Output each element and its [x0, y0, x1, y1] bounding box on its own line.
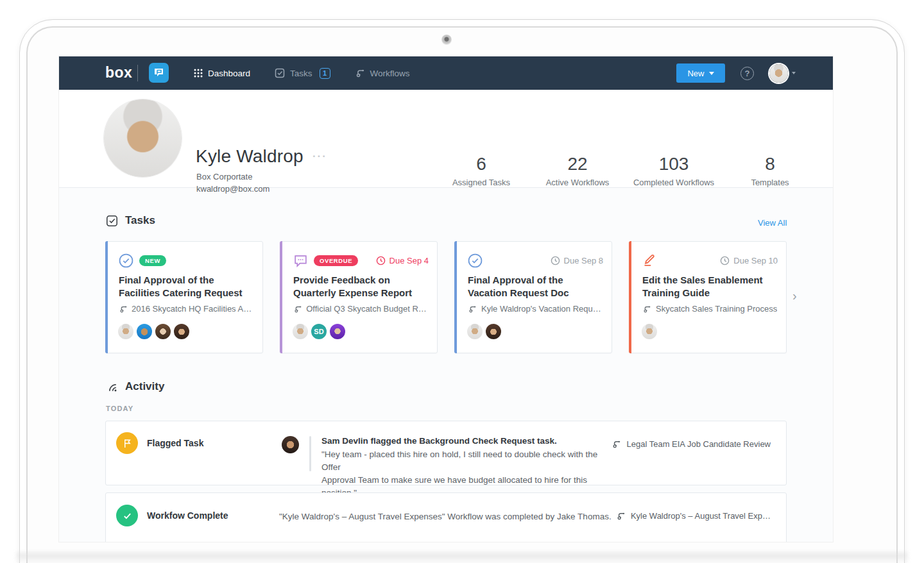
avatar	[282, 436, 299, 453]
quote-bar	[309, 436, 311, 471]
task-card[interactable]: NEW Final Approval of the Facilities Cat…	[105, 241, 263, 353]
chevron-down-icon	[792, 72, 796, 74]
due-date: Due Sep 8	[551, 256, 603, 265]
edit-pencil-icon	[642, 253, 657, 268]
activity-row-workflow-complete[interactable]: Workfow Complete "Kyle Waldrop's – Augus…	[105, 492, 787, 542]
due-date: Due Sep 4	[376, 256, 429, 265]
assignee-avatars	[466, 323, 503, 340]
card-accent	[454, 241, 457, 353]
activity-headline: "Kyle Waldrop's – August Travel Expenses…	[279, 512, 612, 521]
task-title: Edit the Sales Enablement Training Guide	[642, 274, 776, 299]
avatar	[154, 323, 172, 340]
carousel-next-icon[interactable]: ›	[792, 289, 807, 303]
clock-icon	[551, 256, 560, 265]
avatar-initials: SD	[310, 323, 328, 340]
status-badge: NEW	[139, 255, 166, 266]
due-date-label: Due Sep 4	[389, 256, 429, 265]
nav-label: Workflows	[370, 69, 410, 78]
app-window: box Dashboard Tasks 1	[59, 56, 833, 542]
main-nav: Dashboard Tasks 1 Workflows	[194, 56, 410, 90]
workflow-icon	[355, 68, 365, 78]
account-menu[interactable]	[769, 64, 796, 83]
assignee-avatars	[117, 323, 191, 340]
box-logo[interactable]: box	[105, 64, 132, 81]
stat-completed-workflows: 103 Completed Workflows	[626, 154, 722, 187]
task-title: Provide Feedback on Quarterly Expense Re…	[293, 274, 427, 299]
task-card[interactable]: Due Sep 10 Edit the Sales Enablement Tra…	[629, 241, 787, 353]
stat-label: Active Workflows	[529, 178, 626, 187]
workflow-icon	[293, 305, 302, 314]
stat-templates: 8 Templates	[722, 154, 818, 187]
task-card[interactable]: Due Sep 8 Final Approval of the Vacation…	[454, 241, 612, 353]
workflow-name: 2016 Skycatch HQ Facilities Appr…	[132, 304, 255, 314]
nav-label: Tasks	[290, 69, 312, 78]
profile-stats: 6 Assigned Tasks 22 Active Workflows 103…	[433, 154, 818, 187]
card-accent	[629, 241, 631, 353]
help-icon[interactable]: ?	[740, 67, 754, 80]
avatar	[769, 64, 788, 83]
activity-quote-line: "Hey team - placed this hire on hold, I …	[321, 448, 604, 474]
divider	[137, 65, 138, 81]
workflow-icon	[119, 305, 127, 314]
stat-label: Completed Workflows	[626, 178, 722, 187]
page: box Dashboard Tasks 1	[0, 0, 924, 563]
check-icon	[116, 505, 138, 526]
activity-date-label: TODAY	[106, 405, 133, 412]
view-all-link[interactable]: View All	[758, 218, 787, 228]
task-card[interactable]: OVERDUE Due Sep 4 Provide Feedback on Qu…	[280, 241, 438, 353]
chevron-down-icon	[709, 72, 714, 75]
status-badge: OVERDUE	[314, 255, 358, 266]
nav-item-dashboard[interactable]: Dashboard	[194, 69, 250, 78]
navbar-right: New ?	[676, 56, 796, 90]
new-button-label: New	[687, 69, 704, 78]
avatar	[640, 323, 658, 340]
nav-item-tasks[interactable]: Tasks 1	[275, 68, 330, 79]
workflow-name: Skycatch Sales Training Process	[656, 304, 777, 314]
activity-row-flagged-task[interactable]: Flagged Task Sam Devlin flagged the Back…	[105, 421, 787, 485]
activity-headline: Sam Devlin flagged the Background Check …	[321, 436, 604, 446]
task-title: Final Approval of the Vacation Request D…	[468, 274, 601, 299]
task-check-icon	[106, 215, 118, 227]
avatar	[484, 323, 502, 340]
workflow-icon	[468, 305, 477, 314]
section-title: Activity	[125, 380, 164, 393]
tasks-count-badge: 1	[320, 68, 330, 79]
check-circle-icon	[119, 253, 133, 268]
due-date-label: Due Sep 8	[564, 256, 603, 265]
nav-label: Dashboard	[208, 69, 250, 78]
workflow-icon	[616, 511, 626, 521]
device-base-shadow	[17, 553, 907, 563]
avatar	[329, 323, 346, 340]
task-cards-row: NEW Final Approval of the Facilities Cat…	[105, 241, 787, 353]
avatar	[291, 323, 309, 340]
workflow-reference[interactable]: Kyle Waldrop's – August Travel Exp…	[616, 511, 771, 521]
avatar	[466, 323, 484, 340]
new-button[interactable]: New	[676, 63, 725, 83]
avatar	[117, 323, 135, 340]
flag-icon	[116, 432, 138, 454]
workflow-icon	[642, 305, 651, 314]
profile-name: Kyle Waldrop	[196, 146, 304, 167]
relay-logo-icon[interactable]	[149, 63, 169, 83]
workflow-reference[interactable]: Legal Team EIA Job Candidate Review	[612, 439, 771, 449]
card-accent	[105, 241, 108, 353]
workflow-name: Official Q3 Skycatch Budget Report	[306, 304, 429, 314]
clock-icon	[720, 256, 730, 265]
workflow-icon	[612, 439, 621, 449]
stat-label: Assigned Tasks	[433, 178, 529, 187]
nav-item-workflows[interactable]: Workflows	[355, 68, 410, 78]
stat-label: Templates	[722, 178, 818, 187]
stat-value: 22	[529, 154, 626, 174]
avatar	[135, 323, 153, 340]
stat-value: 103	[626, 154, 722, 174]
profile-menu-dots[interactable]: ···	[312, 150, 327, 163]
section-title: Tasks	[125, 214, 155, 227]
due-date-label: Due Sep 10	[733, 256, 778, 265]
profile-company: Box Corportate	[196, 172, 252, 181]
task-check-icon	[275, 68, 285, 78]
card-accent	[280, 241, 282, 353]
assignee-avatars	[640, 323, 659, 340]
avatar	[173, 323, 191, 340]
activity-feed-icon	[106, 381, 118, 393]
due-date: Due Sep 10	[720, 256, 778, 265]
